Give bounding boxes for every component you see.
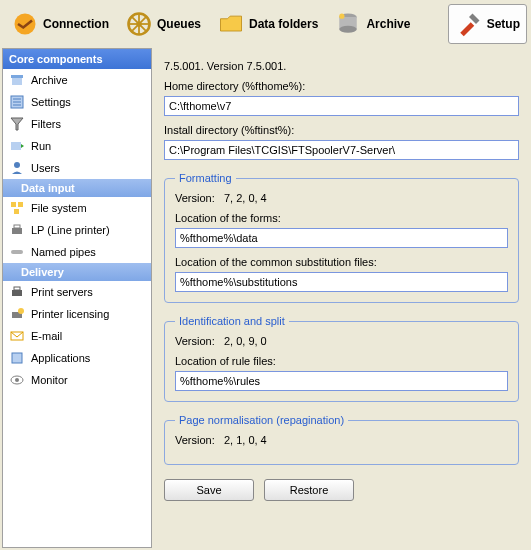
svg-rect-12 — [12, 78, 22, 85]
sidebar-item-label: Run — [31, 140, 51, 152]
svg-rect-22 — [12, 228, 22, 234]
toolbar-queues-label: Queues — [157, 17, 201, 31]
svg-rect-25 — [12, 290, 22, 296]
sidebar-item-label: Archive — [31, 74, 68, 86]
tools-icon — [455, 10, 483, 38]
svg-point-18 — [14, 162, 20, 168]
ident-version-label: Version: — [175, 335, 215, 347]
sidebar-item-email[interactable]: E-mail — [3, 325, 151, 347]
svg-rect-11 — [11, 75, 23, 78]
sidebar-item-namedpipes[interactable]: Named pipes — [3, 241, 151, 263]
sidebar-item-label: File system — [31, 202, 87, 214]
svg-point-28 — [18, 308, 24, 314]
sidebar-item-label: Settings — [31, 96, 71, 108]
file-icon — [9, 200, 25, 216]
repag-version-label: Version: — [175, 434, 215, 446]
sidebar-item-filesystem[interactable]: File system — [3, 197, 151, 219]
svg-rect-24 — [11, 250, 23, 254]
sidebar-item-label: Applications — [31, 352, 90, 364]
repag-version: 2, 1, 0, 4 — [224, 434, 267, 446]
svg-rect-20 — [18, 202, 23, 207]
legend-repagination: Page normalisation (repagination) — [175, 414, 348, 426]
sidebar-item-label: Print servers — [31, 286, 93, 298]
sidebar-item-filters[interactable]: Filters — [3, 113, 151, 135]
svg-rect-19 — [11, 202, 16, 207]
play-icon — [9, 138, 25, 154]
group-formatting: Formatting Version: 7, 2, 0, 4 Location … — [164, 172, 519, 303]
formatting-version-label: Version: — [175, 192, 215, 204]
pipe-icon — [9, 244, 25, 260]
version-line: 7.5.001. Version 7.5.001. — [164, 60, 519, 72]
svg-point-9 — [340, 26, 358, 33]
subs-input[interactable] — [175, 272, 508, 292]
sidebar: Core components Archive Settings Filters… — [2, 48, 152, 548]
rules-label: Location of rule files: — [175, 355, 508, 367]
handshake-icon — [11, 10, 39, 38]
sidebar-item-applications[interactable]: Applications — [3, 347, 151, 369]
sidebar-item-label: LP (Line printer) — [31, 224, 110, 236]
svg-rect-23 — [14, 225, 20, 228]
sidebar-header-datainput: Data input — [3, 179, 151, 197]
license-icon — [9, 306, 25, 322]
wheel-icon — [125, 10, 153, 38]
svg-rect-17 — [11, 142, 21, 150]
toolbar-connection[interactable]: Connection — [4, 4, 116, 44]
ident-version: 2, 0, 9, 0 — [224, 335, 267, 347]
forms-input[interactable] — [175, 228, 508, 248]
sidebar-header-delivery: Delivery — [3, 263, 151, 281]
app-icon — [9, 350, 25, 366]
sidebar-item-label: Named pipes — [31, 246, 96, 258]
restore-button[interactable]: Restore — [264, 479, 354, 501]
printer-icon — [9, 222, 25, 238]
email-icon — [9, 328, 25, 344]
sidebar-item-label: E-mail — [31, 330, 62, 342]
sidebar-item-printerlicensing[interactable]: Printer licensing — [3, 303, 151, 325]
subs-label: Location of the common substitution file… — [175, 256, 508, 268]
toolbar-datafolders-label: Data folders — [249, 17, 318, 31]
sidebar-item-printservers[interactable]: Print servers — [3, 281, 151, 303]
install-input[interactable] — [164, 140, 519, 160]
home-label: Home directory (%fthome%): — [164, 80, 519, 92]
formatting-version: 7, 2, 0, 4 — [224, 192, 267, 204]
sidebar-item-label: Filters — [31, 118, 61, 130]
main-toolbar: Connection Queues Data folders Archive S… — [0, 0, 531, 48]
sidebar-item-archive[interactable]: Archive — [3, 69, 151, 91]
sidebar-item-label: Monitor — [31, 374, 68, 386]
sidebar-header-core[interactable]: Core components — [3, 49, 151, 69]
svg-rect-30 — [12, 353, 22, 363]
legend-formatting: Formatting — [175, 172, 236, 184]
eye-icon — [9, 372, 25, 388]
sidebar-item-settings[interactable]: Settings — [3, 91, 151, 113]
svg-point-32 — [15, 378, 19, 382]
sidebar-item-monitor[interactable]: Monitor — [3, 369, 151, 391]
legend-identification: Identification and split — [175, 315, 289, 327]
sidebar-item-label: Printer licensing — [31, 308, 109, 320]
group-identification: Identification and split Version: 2, 0, … — [164, 315, 519, 402]
toolbar-archive-label: Archive — [366, 17, 410, 31]
group-repagination: Page normalisation (repagination) Versio… — [164, 414, 519, 465]
printer-icon — [9, 284, 25, 300]
user-icon — [9, 160, 25, 176]
settings-icon — [9, 94, 25, 110]
sidebar-item-users[interactable]: Users — [3, 157, 151, 179]
sidebar-item-lp[interactable]: LP (Line printer) — [3, 219, 151, 241]
toolbar-archive[interactable]: Archive — [327, 4, 417, 44]
sidebar-item-label: Users — [31, 162, 60, 174]
sidebar-item-run[interactable]: Run — [3, 135, 151, 157]
archive-icon — [9, 72, 25, 88]
rules-input[interactable] — [175, 371, 508, 391]
toolbar-connection-label: Connection — [43, 17, 109, 31]
toolbar-queues[interactable]: Queues — [118, 4, 208, 44]
save-button[interactable]: Save — [164, 479, 254, 501]
toolbar-datafolders[interactable]: Data folders — [210, 4, 325, 44]
toolbar-setup-label: Setup — [487, 17, 520, 31]
svg-point-0 — [15, 14, 36, 35]
forms-label: Location of the forms: — [175, 212, 508, 224]
funnel-icon — [9, 116, 25, 132]
svg-rect-26 — [14, 287, 20, 290]
home-input[interactable] — [164, 96, 519, 116]
svg-point-10 — [340, 14, 345, 19]
install-label: Install directory (%ftinst%): — [164, 124, 519, 136]
toolbar-setup[interactable]: Setup — [448, 4, 527, 44]
database-icon — [334, 10, 362, 38]
